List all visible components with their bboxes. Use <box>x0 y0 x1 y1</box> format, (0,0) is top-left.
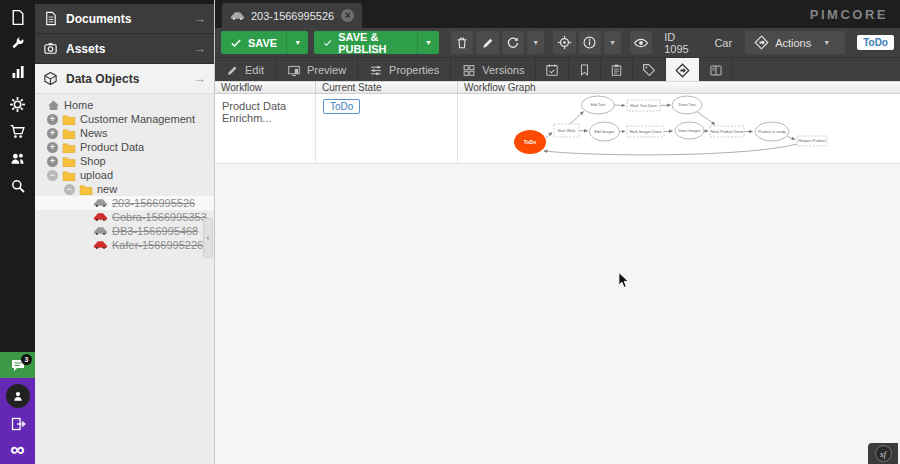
tab-schedule[interactable] <box>536 58 569 82</box>
car-gray-icon <box>93 226 108 236</box>
graph-label: Done Images <box>678 129 701 133</box>
accordion-label: Assets <box>66 42 193 56</box>
folder-icon <box>62 142 76 153</box>
folder-icon <box>79 184 93 195</box>
tab-tags[interactable] <box>633 58 666 82</box>
tree-item-cobra-1566995353[interactable]: Cobra-1566995353 <box>35 210 214 224</box>
tab-properties[interactable]: Properties <box>358 58 451 82</box>
workflow-grid-header: Workflow Current State Workflow Graph <box>215 81 900 94</box>
graph-label: ToDo <box>524 139 536 145</box>
delete-button[interactable] <box>451 31 474 54</box>
tree-item-shop[interactable]: + Shop <box>35 154 214 168</box>
tree-item-label: Customer Management <box>80 113 195 125</box>
document-icon <box>43 11 58 26</box>
plus-icon[interactable]: + <box>47 128 58 139</box>
plus-icon[interactable]: + <box>47 114 58 125</box>
column-header-workflow-graph[interactable]: Workflow Graph <box>458 82 900 93</box>
graph-label: Mark Images Done <box>629 130 661 134</box>
save-publish-button[interactable]: SAVE & PUBLISH ▼ <box>314 31 439 54</box>
tree-item-customer-management[interactable]: + Customer Management <box>35 112 214 126</box>
tree-item-db3-1566995468[interactable]: DB3-1566995468 <box>35 224 214 238</box>
accordion-assets[interactable]: Assets → <box>35 34 214 64</box>
wrench-icon[interactable] <box>0 31 35 58</box>
tab-edit[interactable]: Edit <box>215 58 276 82</box>
actions-label: Actions <box>775 37 811 49</box>
rename-button[interactable] <box>476 31 499 54</box>
graph-label: Edit Images <box>594 130 614 134</box>
workflow-graph-cell: ToDo Start Work Edit Text Mark Text Done… <box>458 94 900 163</box>
tab-bar: 203-1566995526 × PIMCORE <box>215 0 900 28</box>
reload-button[interactable] <box>502 31 525 54</box>
cart-icon[interactable] <box>0 118 35 145</box>
tab-preview[interactable]: Preview <box>276 58 358 82</box>
save-publish-dropdown[interactable]: ▼ <box>417 31 439 54</box>
tab-label: Preview <box>307 64 346 76</box>
info-dropdown[interactable]: ▼ <box>604 31 621 54</box>
graph-label: Reopen Product <box>798 139 826 143</box>
graph-label: Done Text <box>678 103 696 107</box>
tab-translations[interactable] <box>700 58 733 82</box>
accordion-data-objects[interactable]: Data Objects → <box>35 64 214 94</box>
minus-icon[interactable]: − <box>64 184 75 195</box>
object-class-label: Car <box>714 37 732 49</box>
bar-chart-icon[interactable] <box>0 58 35 85</box>
locate-in-tree-button[interactable] <box>553 31 576 54</box>
check-icon <box>323 37 332 49</box>
logout-icon <box>10 416 26 432</box>
profiler-toggle-button[interactable]: sf <box>868 443 898 464</box>
tab-notes[interactable] <box>569 58 601 82</box>
tree-item-label: Home <box>64 99 93 111</box>
current-state-cell: ToDo <box>316 94 458 163</box>
tab-203-1566995526[interactable]: 203-1566995526 × <box>222 3 362 28</box>
tree-item-upload[interactable]: − upload <box>35 168 214 182</box>
accordion-documents[interactable]: Documents → <box>35 4 214 34</box>
save-dropdown[interactable]: ▼ <box>286 31 308 54</box>
book-columns-icon <box>709 64 723 77</box>
workflow-actions-button[interactable]: Actions ▼ <box>745 31 845 54</box>
tree-item-203-1566995526[interactable]: 203-1566995526 <box>35 196 214 210</box>
minus-icon[interactable]: − <box>47 170 58 181</box>
current-state-badge: ToDo <box>323 99 360 114</box>
info-button[interactable] <box>579 31 602 54</box>
panel-collapse-handle[interactable]: ‹ <box>203 218 213 258</box>
search-icon[interactable] <box>0 172 35 199</box>
document-icon[interactable] <box>0 4 35 31</box>
tab-workflow[interactable] <box>666 58 700 82</box>
bookmark-icon <box>578 63 591 77</box>
save-button[interactable]: SAVE ▼ <box>221 31 308 54</box>
tree-item-home[interactable]: Home <box>35 98 214 112</box>
graph-label: Mark Product Done <box>711 130 744 134</box>
tree-item-label: News <box>80 127 108 139</box>
caret-down-icon: ▼ <box>532 39 539 46</box>
close-icon[interactable]: × <box>341 9 354 22</box>
reload-dropdown[interactable]: ▼ <box>527 31 544 54</box>
open-preview-button[interactable] <box>630 31 653 54</box>
graph-label: Edit Text <box>591 103 606 107</box>
cube-icon <box>43 71 58 86</box>
plus-icon[interactable]: + <box>47 156 58 167</box>
user-avatar-icon[interactable] <box>6 384 30 408</box>
logout-button[interactable] <box>0 416 35 432</box>
plus-icon[interactable]: + <box>47 142 58 153</box>
workflow-grid-row[interactable]: Product Data Enrichm... ToDo <box>215 94 900 164</box>
tree-item-news[interactable]: + News <box>35 126 214 140</box>
column-header-workflow[interactable]: Workflow <box>215 82 316 93</box>
folder-icon <box>62 156 76 167</box>
tab-reports[interactable] <box>601 58 633 82</box>
users-icon[interactable] <box>0 145 35 172</box>
infinity-logo-icon[interactable]: ∞ <box>0 438 35 460</box>
notifications-button[interactable]: 3 <box>0 352 35 378</box>
column-header-current-state[interactable]: Current State <box>316 82 458 93</box>
tree-item-new[interactable]: − new <box>35 182 214 196</box>
navigation-panel: Documents → Assets → Data Objects → Home… <box>35 0 215 464</box>
trash-icon <box>455 36 469 50</box>
pimcore-logo: PIMCORE <box>810 7 888 22</box>
tab-label: Edit <box>245 64 264 76</box>
workflow-name: Product Data Enrichm... <box>215 94 315 124</box>
tree-item-product-data[interactable]: + Product Data <box>35 140 214 154</box>
tree-item-kafer-1566995226[interactable]: Kafer-1566995226 <box>35 238 214 252</box>
tab-versions[interactable]: Versions <box>451 58 536 82</box>
car-gray-icon <box>93 198 108 208</box>
gear-icon[interactable] <box>0 91 35 118</box>
folder-icon <box>62 128 76 139</box>
